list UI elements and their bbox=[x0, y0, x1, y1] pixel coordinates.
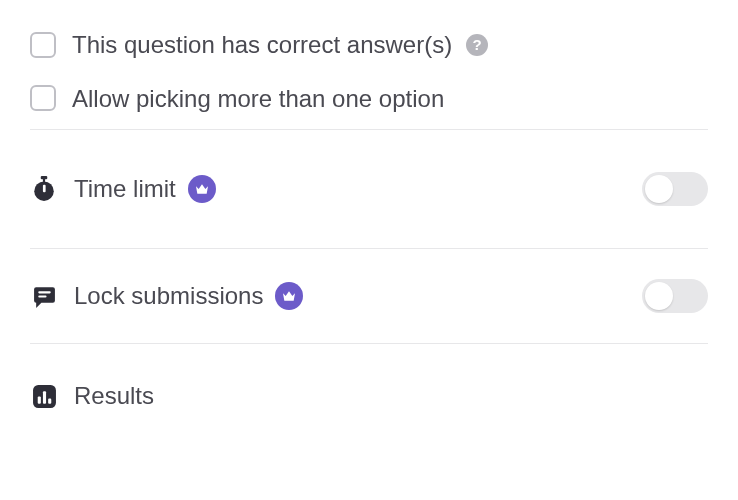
svg-rect-9 bbox=[48, 398, 51, 403]
help-icon[interactable] bbox=[466, 34, 488, 56]
svg-rect-3 bbox=[43, 185, 46, 193]
correct-answers-checkbox[interactable] bbox=[30, 32, 56, 58]
svg-rect-4 bbox=[38, 291, 51, 293]
time-limit-row: Time limit bbox=[30, 130, 708, 248]
svg-rect-7 bbox=[37, 396, 40, 403]
correct-answers-label: This question has correct answer(s) bbox=[72, 28, 452, 62]
bar-chart-icon bbox=[30, 382, 58, 410]
time-limit-toggle[interactable] bbox=[642, 172, 708, 206]
toggle-knob bbox=[645, 282, 673, 310]
crown-icon bbox=[275, 282, 303, 310]
stopwatch-icon bbox=[30, 175, 58, 203]
results-row: Results bbox=[30, 344, 708, 410]
multi-option-label: Allow picking more than one option bbox=[72, 82, 444, 116]
crown-icon bbox=[188, 175, 216, 203]
lock-submissions-label: Lock submissions bbox=[74, 282, 263, 310]
svg-rect-5 bbox=[38, 295, 46, 297]
lock-submissions-toggle[interactable] bbox=[642, 279, 708, 313]
results-label: Results bbox=[74, 382, 154, 410]
chat-icon bbox=[30, 282, 58, 310]
correct-answers-option: This question has correct answer(s) bbox=[30, 18, 708, 76]
multi-option-checkbox[interactable] bbox=[30, 85, 56, 111]
svg-rect-8 bbox=[42, 391, 45, 404]
multi-option-option: Allow picking more than one option bbox=[30, 76, 708, 130]
time-limit-label: Time limit bbox=[74, 175, 176, 203]
toggle-knob bbox=[645, 175, 673, 203]
lock-submissions-row: Lock submissions bbox=[30, 249, 708, 343]
